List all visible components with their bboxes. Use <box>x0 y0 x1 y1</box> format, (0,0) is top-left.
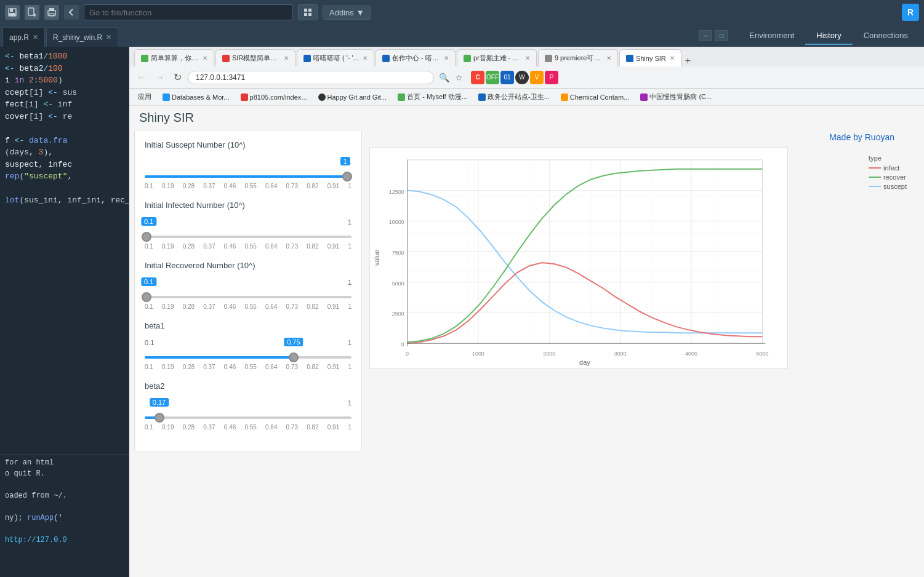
svg-text:2500: 2500 <box>392 311 404 317</box>
svg-text:0: 0 <box>406 351 409 357</box>
svg-text:12500: 12500 <box>389 189 404 195</box>
close-icon[interactable]: ✕ <box>203 55 207 62</box>
close-icon[interactable]: ✕ <box>670 55 675 62</box>
beta1-ticks: 0.10.190.280.370.460.550.640.730.820.911 <box>145 364 352 370</box>
chevron-down-icon: ▼ <box>356 8 364 17</box>
recovered-label: Initial Recovered Number (10^) <box>145 261 352 270</box>
ext-icon-6[interactable]: P <box>545 71 558 84</box>
new-file-icon[interactable] <box>25 5 39 20</box>
rstudio-window: Addins ▼ R app.R ✕ R_shiny_win.R ✕ ─ □ E… <box>0 0 924 577</box>
tab-r-shiny-win[interactable]: R_shiny_win.R ✕ <box>46 27 118 47</box>
minimize-button[interactable]: ─ <box>699 30 712 41</box>
bookmark-apps[interactable]: 应用 <box>134 91 155 103</box>
legend-recover: recover <box>869 173 907 181</box>
search-icon[interactable]: 🔍 <box>438 71 450 84</box>
beta1-slider-group: beta1 0.1 1 0.75 0.10.190.280. <box>145 321 352 370</box>
beta2-max-label: 1 <box>348 399 352 407</box>
browser-icons: 🔍 ☆ <box>438 71 465 84</box>
url-input[interactable] <box>188 71 434 84</box>
beta2-track[interactable] <box>145 416 352 419</box>
bookmark-chemical[interactable]: Chemical Contam... <box>557 92 633 102</box>
browser-tab-9[interactable]: 9 premiere可以... ✕ <box>538 49 618 66</box>
addins-button[interactable]: Addins ▼ <box>323 6 371 20</box>
close-icon[interactable]: ✕ <box>444 55 449 62</box>
beta2-slider-group: beta2 1 0.17 0.10.190.280.370.460.550.64… <box>145 381 352 431</box>
close-icon[interactable]: ✕ <box>525 55 530 62</box>
tab-label: Shiny SIR <box>636 55 666 62</box>
bookmark-happy-git[interactable]: Happy Git and Git... <box>315 92 391 102</box>
panel-tabs: Environment History Connections <box>733 25 924 47</box>
suscept-slider-group: Initial Suscept Number (10^) 1 1 0.10.19… <box>145 140 352 189</box>
tab-label: 简单算算，你它... <box>151 54 199 63</box>
save-icon[interactable] <box>5 5 20 20</box>
close-icon[interactable]: ✕ <box>606 55 611 62</box>
browser-tab-sir[interactable]: SIR模型简单了解... ✕ <box>215 49 295 66</box>
refresh-button[interactable]: ↻ <box>171 70 184 84</box>
r-logo: R <box>902 4 919 21</box>
infected-value-badge: 0.1 <box>141 217 156 226</box>
tab-label: pr音频主难 - Gc... <box>473 54 521 63</box>
bookmarks-bar: 应用 Databases & Mor... p8105.com/index...… <box>129 89 924 106</box>
svg-rect-10 <box>308 9 311 12</box>
maximize-button[interactable]: □ <box>715 30 728 41</box>
bookmark-myself[interactable]: 首页 - Myself 动漫... <box>394 91 471 103</box>
tab-favicon <box>382 55 390 62</box>
forward-button[interactable]: → <box>153 71 167 84</box>
beta2-label: beta2 <box>145 381 352 391</box>
browser-tab-chuangzuo[interactable]: 创作中心 - 嗒嗒... ✕ <box>376 49 456 66</box>
ext-icon-1[interactable]: C <box>471 71 484 84</box>
tab-environment[interactable]: Environment <box>738 27 805 45</box>
recovered-track[interactable] <box>145 296 352 298</box>
sir-chart: value day 0 2500 5000 7500 10000 12500 0 <box>369 147 788 368</box>
beta1-track[interactable] <box>145 356 352 359</box>
svg-rect-2 <box>9 13 15 16</box>
chart-panel: Made by Ruoyan <box>369 130 919 452</box>
grid-icon[interactable] <box>298 4 318 20</box>
browser-tab-shiny[interactable]: Shiny SIR ✕ <box>619 49 681 66</box>
made-by-label: Made by Ruoyan <box>369 130 919 147</box>
svg-text:2000: 2000 <box>543 351 555 357</box>
print-icon[interactable] <box>44 5 59 20</box>
tab-label: 9 premiere可以... <box>555 54 603 63</box>
bookmark-zhongyi[interactable]: 中国慢性胃肠病 (C... <box>637 91 715 103</box>
bookmark-databases[interactable]: Databases & Mor... <box>159 92 233 102</box>
browser-area: 简单算算，你它... ✕ SIR模型简单了解... ✕ 嗒嗒嗒嗒 ( '- '.… <box>129 47 924 577</box>
svg-text:10000: 10000 <box>389 219 404 225</box>
star-icon[interactable]: ☆ <box>452 71 465 84</box>
ext-icon-2[interactable]: OFF <box>486 71 499 84</box>
search-input[interactable] <box>84 4 293 20</box>
close-icon[interactable]: ✕ <box>33 33 38 41</box>
browser-tab-pr[interactable]: pr音频主难 - Gc... ✕ <box>457 49 537 66</box>
ext-icon-4[interactable]: W <box>515 71 529 84</box>
close-icon[interactable]: ✕ <box>363 55 368 62</box>
svg-rect-7 <box>49 8 54 11</box>
tab-favicon <box>222 55 230 62</box>
beta1-min-label: 0.1 <box>145 339 154 346</box>
browser-nav-bar: ← → ↻ 🔍 ☆ C OFF 01 W V P <box>129 66 924 89</box>
suscept-track[interactable] <box>145 175 352 178</box>
tab-connections[interactable]: Connections <box>853 27 919 45</box>
tab-favicon <box>141 55 148 62</box>
ext-icon-5[interactable]: V <box>530 71 544 84</box>
ext-icon-3[interactable]: 01 <box>500 71 514 84</box>
shiny-title: Shiny SIR <box>129 106 924 127</box>
close-icon[interactable]: ✕ <box>106 33 111 41</box>
svg-text:4000: 4000 <box>685 351 697 357</box>
back-icon[interactable] <box>64 5 79 20</box>
svg-rect-1 <box>10 9 13 12</box>
tab-history[interactable]: History <box>805 27 852 45</box>
bookmark-p8105[interactable]: p8105.com/index... <box>237 92 311 102</box>
svg-text:5000: 5000 <box>756 351 768 357</box>
back-button[interactable]: ← <box>134 71 149 84</box>
bookmark-zhengwu[interactable]: 政务公开站点-卫生... <box>475 91 553 103</box>
svg-text:7500: 7500 <box>392 250 404 256</box>
tab-app-r[interactable]: app.R ✕ <box>2 27 45 47</box>
infected-track[interactable] <box>145 236 352 238</box>
new-tab-button[interactable]: + <box>683 55 693 66</box>
svg-text:1000: 1000 <box>472 351 484 357</box>
close-icon[interactable]: ✕ <box>284 55 289 62</box>
browser-tab-jiandan[interactable]: 简单算算，你它... ✕ <box>134 49 214 66</box>
tab-label: SIR模型简单了解... <box>232 54 280 63</box>
recovered-value-badge: 0.1 <box>141 277 156 286</box>
browser-tab-chaoyin[interactable]: 嗒嗒嗒嗒 ( '- '... ✕ <box>297 49 374 66</box>
